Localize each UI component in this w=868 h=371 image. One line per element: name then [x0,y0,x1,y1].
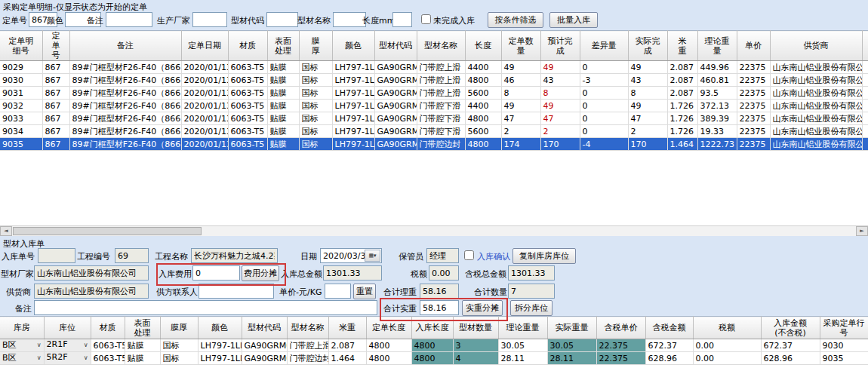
cell[interactable] [862,125,868,138]
cell[interactable]: 89#门框型材F26-F40（866+867） [69,61,181,74]
cell[interactable]: 30.05 [547,339,596,352]
cell[interactable]: 山东南山铝业股份有限公司 [770,138,862,151]
cell[interactable]: 628.96 [761,352,820,365]
cell[interactable]: 867 [42,138,69,151]
copy-warehouse-location-button[interactable]: 复制库房库位 [512,248,576,264]
cell[interactable] [862,138,868,151]
column-header[interactable]: 型材代码 [242,317,287,339]
actual-weight-split-button[interactable]: 实重分摊 [462,300,503,316]
cell[interactable]: 山东南山铝业股份有限公司 [770,74,862,87]
cell[interactable]: LH797-1LL0 [332,74,374,87]
receipt-line-grid[interactable]: 库房库位材质表面处理膜厚颜色型材代码型材名称米重定单长度入库长度型材数量理论重量… [0,316,868,365]
cell[interactable]: 89#门框型材F26-F40（866+867） [69,87,181,100]
total-actual-weight-input[interactable] [420,300,459,315]
cell[interactable]: 国标 [299,112,332,125]
cell[interactable]: 2.087 [667,87,697,100]
total-qty-input[interactable] [508,284,555,299]
cell[interactable]: 0 [580,100,628,112]
cell[interactable]: LH797-1LL0 [332,61,374,74]
cell[interactable]: 4800 [411,352,453,365]
cell[interactable]: 6063-T5 [228,74,267,87]
cell[interactable]: 0.00 [693,352,761,365]
cell[interactable]: 49 [628,61,667,74]
cell[interactable]: 49 [628,100,667,112]
profile-code-filter-input[interactable] [266,12,298,27]
column-header[interactable]: 定单日期 [181,31,228,61]
cell[interactable]: 6063-T5 [91,339,125,352]
table-row[interactable]: 903286789#门框型材F26-F40（866+867）2020/01/13… [0,100,868,112]
cell[interactable]: 山东南山铝业股份有限公司 [770,125,862,138]
receipt-no-input[interactable] [38,248,75,263]
total-amount-input[interactable] [323,265,382,281]
cell[interactable]: 22.375 [596,352,645,365]
cell[interactable]: 6063-T5 [228,138,267,151]
column-header[interactable]: 供货商 [770,31,862,61]
column-header[interactable] [862,31,868,61]
cell[interactable]: 山东南山铝业股份有限公司 [770,112,862,125]
column-header[interactable]: 型材数量 [453,317,498,339]
cell[interactable]: 9030 [820,339,868,352]
manufacturer-filter-input[interactable] [192,12,227,27]
cell[interactable] [862,61,868,74]
cell[interactable]: 山东南山铝业股份有限公司 [770,61,862,74]
cell[interactable]: 93.5 [697,87,737,100]
cell[interactable]: 22375 [737,125,770,138]
cell[interactable] [862,74,868,87]
cell[interactable]: LH797-1LL0 [332,112,374,125]
project-no-input[interactable] [115,248,149,263]
cell[interactable]: 2020/01/13 [181,61,228,74]
cell[interactable]: 国标 [299,138,332,151]
scrollbar-thumb[interactable] [13,227,202,235]
cell[interactable]: 贴膜 [267,138,299,151]
cell[interactable]: 0 [580,125,628,138]
cell[interactable]: 43 [540,74,580,87]
cell[interactable]: 4400 [465,61,501,74]
cell[interactable]: 国标 [299,125,332,138]
cell[interactable]: 2020/01/13 [181,74,228,87]
cell[interactable]: 4800 [465,138,501,151]
column-header[interactable]: 膜厚 [299,31,332,61]
cell[interactable]: LH797-1LL0 [198,352,242,365]
cell[interactable]: 1.464 [667,138,697,151]
cell[interactable]: 174 [501,138,540,151]
column-header[interactable]: 材质 [91,317,125,339]
cell[interactable]: 9031 [0,87,42,100]
calendar-dropdown-icon[interactable]: ▦▾ [365,250,380,262]
column-header[interactable]: 定单数量 [501,31,540,61]
dropdown-arrow-icon[interactable]: ∨ [84,352,88,364]
cell[interactable]: LH797-1LL0 [332,100,374,112]
reset-button[interactable]: 重置 [353,284,376,299]
cell[interactable]: 2020/01/13 [181,87,228,100]
cell[interactable]: 4 [453,352,498,365]
cell[interactable]: GA90GRM04 [374,100,417,112]
cell[interactable]: 1222.73 [697,138,737,151]
cell[interactable]: 国标 [160,352,198,365]
cell[interactable]: 4400 [465,100,501,112]
length-filter-input[interactable] [392,12,412,27]
cell[interactable]: 门带腔下滑 [417,112,465,125]
cell[interactable]: 89#门框型材F26-F40（866+867） [69,74,181,87]
table-row[interactable]: 903586789#门框型材F26-F40（866+867）2020/01/13… [0,138,868,151]
cell[interactable]: 30.05 [498,339,547,352]
dropdown-arrow-icon[interactable]: ∨ [37,352,42,364]
dropdown-arrow-icon[interactable]: ∨ [84,339,88,351]
cell[interactable]: 8 [540,87,580,100]
column-header[interactable]: 颜色 [198,317,242,339]
cell[interactable]: 47 [628,112,667,125]
total-theory-weight-input[interactable] [420,284,459,299]
table-row[interactable]: 903186789#门框型材F26-F40（866+867）2020/01/13… [0,87,868,100]
cell[interactable]: 山东南山铝业股份有限公司 [770,100,862,112]
inbound-fee-input[interactable] [192,265,240,281]
cell[interactable]: 8 [628,87,667,100]
cell[interactable]: 867 [42,74,69,87]
cell[interactable]: LH797-1LL0 [198,339,242,352]
fee-split-button[interactable]: 费用分摊 [242,265,279,281]
cell[interactable]: 1.726 [667,125,697,138]
cell[interactable]: 9035 [0,138,42,151]
column-header[interactable]: 入库长度 [411,317,453,339]
cell[interactable]: 贴膜 [267,112,299,125]
cell[interactable]: 6063-T5 [228,61,267,74]
cell[interactable]: 4800 [411,339,453,352]
cell[interactable]: GA90GRM04 [374,125,417,138]
cell[interactable]: 170 [540,138,580,151]
